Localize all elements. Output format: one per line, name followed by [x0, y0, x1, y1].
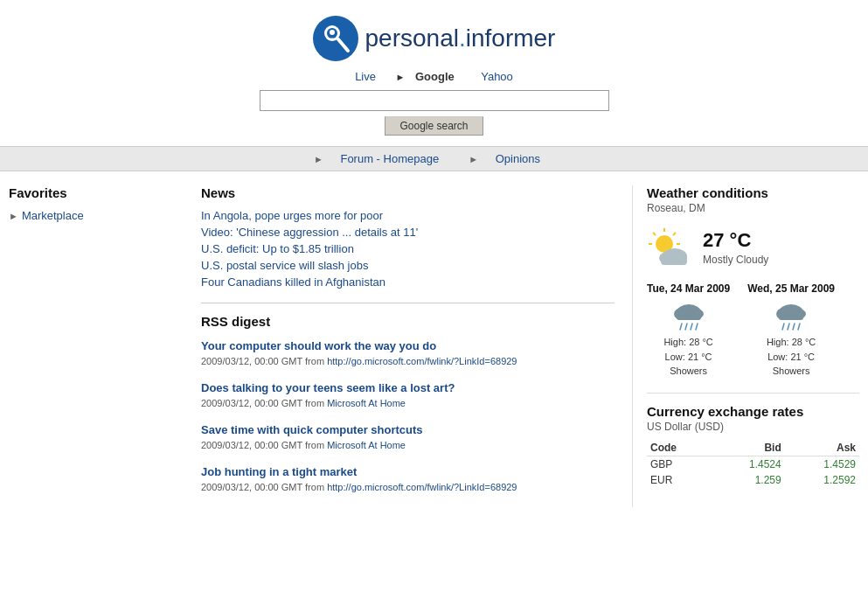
- weather-desc: Mostly Cloudy: [703, 254, 768, 266]
- news-item-2: U.S. deficit: Up to $1.85 trillion: [201, 242, 615, 255]
- news-link-4[interactable]: Four Canadians killed in Afghanistan: [201, 275, 385, 289]
- weather-current-info: 27 °C Mostly Cloudy: [703, 229, 768, 266]
- news-heading: News: [201, 185, 615, 200]
- forecast-icon-0: [670, 300, 708, 331]
- forum-homepage-link[interactable]: Forum - Homepage: [340, 152, 439, 165]
- rss-source-1[interactable]: Microsoft At Home: [327, 398, 406, 408]
- rss-meta-1: 2009/03/12, 00:00 GMT from Microsoft At …: [201, 398, 406, 408]
- svg-line-11: [673, 233, 676, 235]
- weather-temp: 27 °C: [703, 229, 768, 252]
- svg-line-20: [680, 324, 682, 330]
- forecast-temps-1: High: 28 °C Low: 21 °C Showers: [747, 335, 835, 379]
- svg-line-28: [782, 324, 784, 330]
- google-search-link[interactable]: Google: [415, 70, 455, 83]
- svg-line-30: [793, 324, 795, 330]
- currency-row-0: GBP 1.4524 1.4529: [647, 456, 859, 472]
- weather-location: Roseau, DM: [647, 202, 859, 214]
- forecast-label-0: Tue, 24 Mar 2009: [647, 282, 730, 295]
- search-area: [0, 90, 868, 111]
- rss-meta-0: 2009/03/12, 00:00 GMT from http://go.mic…: [201, 356, 517, 366]
- rss-item-3: Job hunting in a tight market 2009/03/12…: [201, 465, 615, 493]
- rss-section: RSS digest Your computer should work the…: [201, 314, 615, 493]
- marketplace-link[interactable]: Marketplace: [22, 209, 84, 222]
- live-search-link[interactable]: Live: [355, 70, 376, 83]
- rss-title-2[interactable]: Save time with quick computer shortcuts: [201, 423, 615, 436]
- forecast-day-1: Wed, 25 Mar 2009 High: 28 °C Low: 21 °C: [747, 282, 835, 379]
- news-item-1: Video: 'Chinese aggression ... details a…: [201, 226, 615, 239]
- google-search-button[interactable]: Google search: [385, 116, 483, 136]
- right-column: Weather conditions Roseau, DM: [632, 185, 859, 507]
- svg-rect-27: [779, 314, 803, 320]
- weather-heading: Weather conditions: [647, 185, 859, 200]
- currency-col-ask: Ask: [785, 440, 859, 456]
- rss-meta-2: 2009/03/12, 00:00 GMT from Microsoft At …: [201, 440, 406, 450]
- currency-ask-0: 1.4529: [785, 456, 859, 472]
- opinions-link[interactable]: Opinions: [496, 152, 540, 165]
- weather-forecast: Tue, 24 Mar 2009 High: 28 °: [647, 282, 859, 379]
- svg-line-23: [696, 324, 698, 330]
- news-list: In Angola, pope urges more for poor Vide…: [201, 209, 615, 289]
- news-item-0: In Angola, pope urges more for poor: [201, 209, 615, 222]
- rss-title-3[interactable]: Job hunting in a tight market: [201, 465, 615, 478]
- arrow-google: ►: [395, 72, 405, 82]
- search-input[interactable]: [260, 90, 609, 111]
- currency-section: Currency exchange rates US Dollar (USD) …: [647, 393, 859, 488]
- svg-line-10: [653, 233, 656, 235]
- favorites-column: Favorites ► Marketplace: [9, 185, 184, 507]
- rss-title-0[interactable]: Your computer should work the way you do: [201, 339, 615, 352]
- forecast-icon-1: [772, 300, 810, 331]
- logo-icon: [313, 16, 358, 61]
- currency-row-1: EUR 1.259 1.2592: [647, 472, 859, 488]
- weather-section: Weather conditions Roseau, DM: [647, 185, 859, 379]
- rss-source-2[interactable]: Microsoft At Home: [327, 440, 406, 450]
- arrow-marketplace: ►: [9, 211, 18, 221]
- search-engine-selector: Live ► Google Yahoo: [0, 70, 868, 83]
- rss-item-0: Your computer should work the way you do…: [201, 339, 615, 367]
- news-link-0[interactable]: In Angola, pope urges more for poor: [201, 209, 383, 222]
- logo-text: personal.informer: [365, 24, 556, 52]
- rss-item-2: Save time with quick computer shortcuts …: [201, 423, 615, 451]
- news-link-3[interactable]: U.S. postal service will slash jobs: [201, 259, 368, 272]
- currency-code-0: GBP: [647, 456, 710, 472]
- svg-rect-19: [677, 314, 701, 320]
- search-button-row: Google search: [0, 116, 868, 136]
- yahoo-search-link[interactable]: Yahoo: [481, 70, 513, 83]
- favorites-heading: Favorites: [9, 185, 184, 200]
- logo-area: personal.informer: [0, 16, 868, 61]
- rss-source-0[interactable]: http://go.microsoft.com/fwlink/?LinkId=6…: [327, 356, 517, 366]
- favorites-marketplace-item: ► Marketplace: [9, 209, 184, 222]
- news-link-1[interactable]: Video: 'Chinese aggression ... details a…: [201, 226, 418, 239]
- currency-subtitle: US Dollar (USD): [647, 421, 859, 433]
- svg-line-31: [798, 324, 800, 330]
- main-content: Favorites ► Marketplace News In Angola, …: [0, 171, 868, 516]
- currency-code-1: EUR: [647, 472, 710, 488]
- weather-current: 27 °C Mostly Cloudy: [647, 225, 859, 270]
- nav-bar: ► Forum - Homepage ► Opinions: [0, 146, 868, 171]
- middle-column: News In Angola, pope urges more for poor…: [184, 185, 632, 507]
- rss-meta-3: 2009/03/12, 00:00 GMT from http://go.mic…: [201, 482, 517, 492]
- news-item-4: Four Canadians killed in Afghanistan: [201, 275, 615, 289]
- rss-title-1[interactable]: Does talking to your teens seem like a l…: [201, 381, 615, 394]
- arrow-forum: ►: [314, 154, 323, 164]
- news-link-2[interactable]: U.S. deficit: Up to $1.85 trillion: [201, 242, 354, 255]
- rss-heading: RSS digest: [201, 314, 615, 329]
- currency-bid-0: 1.4524: [710, 456, 784, 472]
- news-divider: [201, 303, 615, 303]
- weather-icon-current: [647, 225, 692, 270]
- currency-ask-1: 1.2592: [785, 472, 859, 488]
- rss-source-3[interactable]: http://go.microsoft.com/fwlink/?LinkId=6…: [327, 482, 517, 492]
- svg-rect-15: [661, 258, 687, 265]
- currency-bid-1: 1.259: [710, 472, 784, 488]
- svg-line-21: [685, 324, 687, 330]
- rss-item-1: Does talking to your teens seem like a l…: [201, 381, 615, 409]
- news-item-3: U.S. postal service will slash jobs: [201, 259, 615, 272]
- svg-line-22: [691, 324, 692, 330]
- svg-line-29: [788, 324, 789, 330]
- forecast-day-0: Tue, 24 Mar 2009 High: 28 °: [647, 282, 730, 379]
- forecast-temps-0: High: 28 °C Low: 21 °C Showers: [647, 335, 730, 379]
- header: personal.informer Live ► Google Yahoo Go…: [0, 0, 868, 146]
- currency-col-code: Code: [647, 440, 710, 456]
- currency-col-bid: Bid: [710, 440, 784, 456]
- currency-heading: Currency exchange rates: [647, 404, 859, 419]
- forecast-label-1: Wed, 25 Mar 2009: [747, 282, 835, 295]
